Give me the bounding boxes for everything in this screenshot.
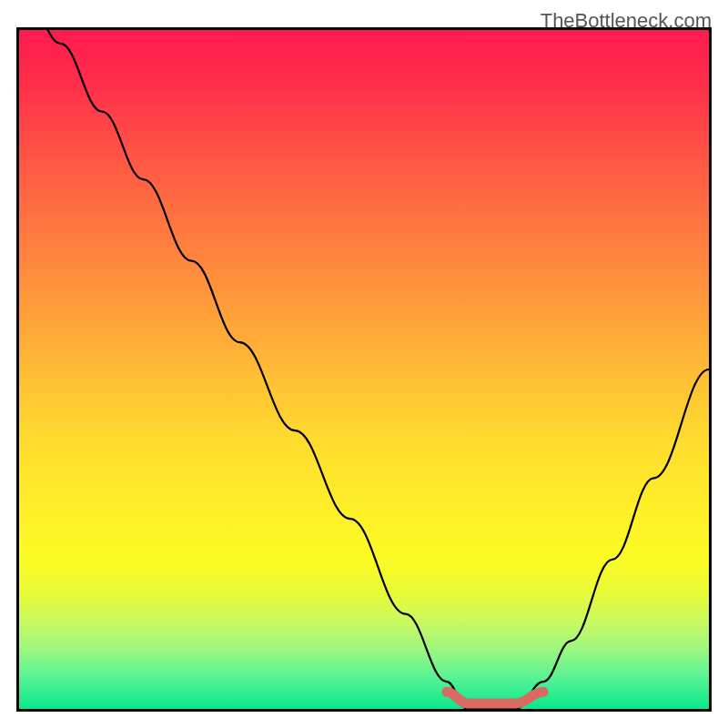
chart-container: TheBottleneck.com (0, 0, 728, 728)
plot-area (19, 30, 709, 709)
chart-svg (19, 30, 709, 709)
minimum-plateau (447, 692, 543, 703)
plot-frame (16, 27, 712, 712)
bottleneck-curve (19, 30, 709, 709)
watermark-text: TheBottleneck.com (541, 9, 712, 33)
